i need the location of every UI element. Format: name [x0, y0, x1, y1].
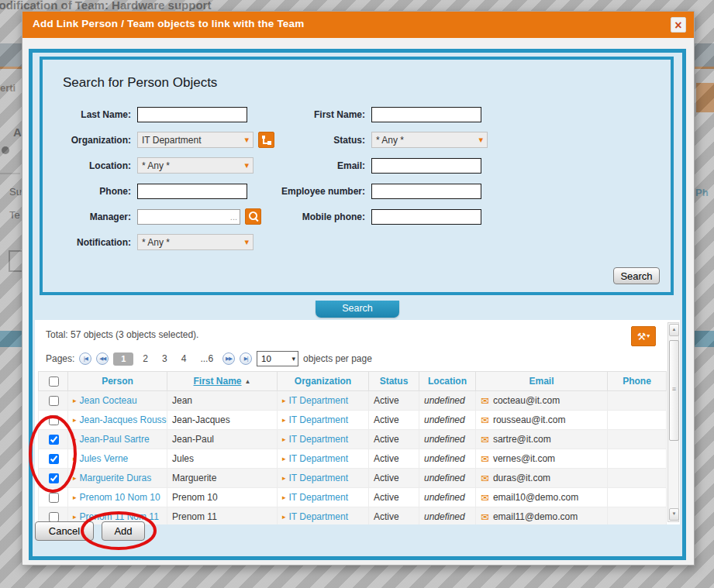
row-checkbox[interactable]	[49, 396, 59, 406]
page-link[interactable]: ...6	[200, 353, 213, 364]
organization-link[interactable]: IT Department	[289, 511, 348, 522]
link-arrow-icon: ▸	[73, 435, 77, 443]
column-header-phone[interactable]: Phone	[608, 372, 667, 391]
status-cell: Active	[369, 391, 419, 411]
column-header-person[interactable]: Person	[68, 372, 167, 391]
row-checkbox[interactable]	[49, 473, 59, 483]
table-config-button[interactable]: ⚒▾	[631, 326, 656, 346]
person-cell: ▸Prenom 10 Nom 10	[68, 488, 167, 507]
column-header-organization[interactable]: Organization	[278, 372, 369, 391]
person-link[interactable]: Jules Verne	[80, 453, 129, 464]
page-size-select[interactable]: 10▾	[257, 351, 298, 366]
last-name-input[interactable]	[137, 107, 247, 122]
organization-link[interactable]: IT Department	[289, 414, 348, 425]
link-arrow-icon: ▸	[282, 474, 286, 482]
email-cell: ✉vernes@it.com	[476, 449, 608, 469]
add-link-dialog: Add Link Person / Team objects to link w…	[22, 11, 695, 566]
scrollbar-thumb[interactable]: ≡	[669, 340, 679, 441]
previous-page-button[interactable]: ◀◀	[96, 352, 109, 365]
first-name-input[interactable]	[371, 107, 481, 122]
status-select[interactable]: * Any *▾	[371, 132, 488, 148]
cancel-button[interactable]: Cancel	[35, 521, 94, 541]
row-checkbox[interactable]	[49, 512, 59, 522]
form-column-left: Last Name:Organization:IT Department▾Loc…	[46, 101, 274, 255]
status-cell: Active	[369, 469, 419, 488]
table-row: ▸Jean CocteauJean▸IT DepartmentActiveund…	[39, 391, 667, 411]
background-text-fragment-a: A	[13, 126, 22, 139]
page-link[interactable]: 4	[181, 353, 187, 364]
row-select-cell	[39, 430, 68, 449]
column-header-label: Phone	[623, 376, 651, 387]
search-button[interactable]: Search	[613, 267, 660, 284]
last-page-button[interactable]: ▶|	[240, 352, 252, 365]
row-checkbox[interactable]	[49, 435, 59, 445]
first-name-cell: Marguerite	[167, 469, 278, 488]
column-header-location[interactable]: Location	[419, 372, 476, 391]
background-tab-fragment	[696, 83, 714, 112]
status-cell: Active	[369, 449, 419, 469]
manager-input[interactable]	[138, 211, 230, 222]
background-label-fragment-su: Su	[9, 186, 22, 198]
person-link[interactable]: Jean Cocteau	[80, 395, 137, 406]
organization-cell: ▸IT Department	[278, 391, 369, 411]
email-cell: ✉email11@demo.com	[476, 507, 608, 525]
row-checkbox[interactable]	[49, 493, 59, 503]
column-header-status[interactable]: Status	[369, 372, 419, 391]
organization-link[interactable]: IT Department	[289, 395, 348, 406]
tools-icon: ⚒	[637, 332, 647, 342]
search-panel-toggle-tab[interactable]: Search	[316, 301, 399, 318]
hierarchy-icon[interactable]	[258, 132, 274, 148]
person-link[interactable]: Marguerite Duras	[80, 473, 152, 483]
phone-input[interactable]	[137, 184, 247, 199]
email-input[interactable]	[371, 158, 481, 174]
person-link[interactable]: Prenom 10 Nom 10	[80, 492, 160, 503]
sort-asc-icon: ▲	[245, 378, 251, 385]
organization-select[interactable]: IT Department▾	[137, 132, 254, 148]
column-header-first-name[interactable]: First Name▲	[167, 372, 278, 391]
location-selected-value: * Any *	[142, 160, 170, 171]
row-select-cell	[39, 488, 68, 507]
person-link[interactable]: Prenom 11 Nom 11	[80, 511, 159, 522]
person-link[interactable]: Jean-Jacques Rousseau	[80, 414, 167, 425]
first-page-button[interactable]: |◀	[79, 352, 91, 365]
status-selected-value: * Any *	[376, 135, 404, 146]
vertical-scrollbar[interactable]: ▲ ≡ ▼	[667, 322, 679, 522]
next-page-button[interactable]: ▶▶	[222, 352, 235, 365]
page-link[interactable]: 2	[143, 353, 148, 364]
table-header-row: PersonFirst Name▲OrganizationStatusLocat…	[39, 372, 667, 391]
search-icon[interactable]	[245, 208, 261, 225]
select-all-checkbox[interactable]	[49, 377, 59, 387]
chevron-down-icon: ▾	[478, 136, 483, 144]
link-arrow-icon: ▸	[73, 397, 77, 404]
search-form-heading: Search for Person Objects	[63, 75, 217, 91]
page-link[interactable]: 3	[162, 353, 167, 364]
person-link[interactable]: Jean-Paul Sartre	[80, 434, 150, 445]
column-header-email[interactable]: Email	[476, 372, 608, 391]
organization-link[interactable]: IT Department	[289, 453, 348, 464]
link-arrow-icon: ▸	[282, 455, 286, 462]
location-select[interactable]: * Any *▾	[137, 157, 254, 174]
background-divider-fragment	[0, 173, 20, 174]
phone-cell	[608, 507, 667, 525]
scroll-up-icon[interactable]: ▲	[669, 324, 679, 336]
mobile-phone-input[interactable]	[371, 209, 481, 225]
person-cell: ▸Jean Cocteau	[68, 391, 167, 411]
add-button[interactable]: Add	[102, 521, 145, 541]
organization-cell: ▸IT Department	[278, 469, 369, 488]
organization-link[interactable]: IT Department	[289, 434, 348, 445]
first-name-cell: Jules	[167, 449, 278, 469]
organization-link[interactable]: IT Department	[289, 492, 348, 503]
organization-link[interactable]: IT Department	[289, 473, 348, 483]
form-field-location: Location:* Any *▾	[46, 153, 274, 178]
email-value: rousseau@it.com	[493, 414, 566, 425]
hierarchy-glyph	[262, 136, 271, 145]
scroll-down-icon[interactable]: ▼	[669, 508, 679, 521]
row-checkbox[interactable]	[49, 415, 59, 425]
chevron-down-icon: ▾	[292, 356, 296, 363]
first-name-cell: Jean-Jacques	[167, 411, 278, 430]
row-checkbox[interactable]	[49, 454, 59, 464]
magnifier-glyph	[247, 209, 260, 222]
notification-select[interactable]: * Any *▾	[137, 234, 254, 250]
employee-number-input[interactable]	[371, 184, 481, 199]
close-icon[interactable]: ×	[671, 17, 686, 33]
